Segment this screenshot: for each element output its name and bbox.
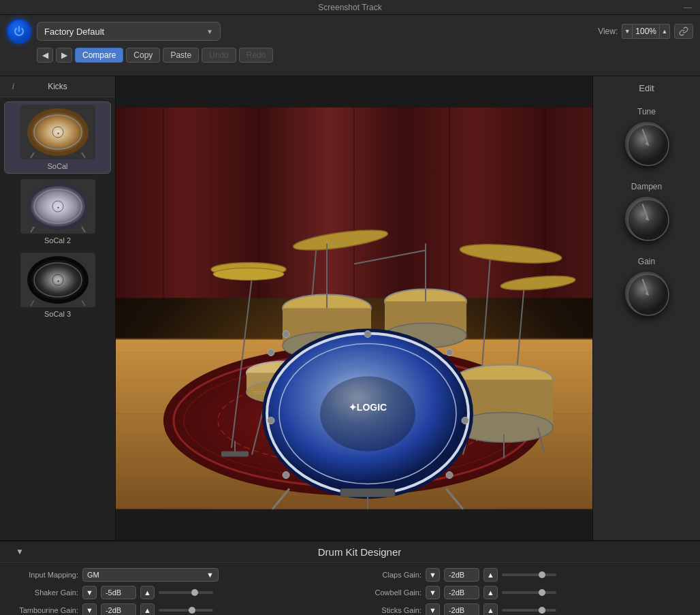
shaker-slider-thumb[interactable] bbox=[191, 589, 198, 596]
gain-label: Gain bbox=[638, 257, 655, 266]
sticks-gain-row: Sticks Gain: ▼ -2dB ▲ bbox=[357, 603, 686, 615]
sticks-gain-value: -2dB bbox=[444, 603, 479, 615]
compare-button[interactable]: Compare bbox=[75, 48, 123, 63]
gain-knob[interactable] bbox=[625, 272, 669, 315]
toolbar: Factory Default ▼ View: ▼ 100% ▲ ◀ ▶ Com… bbox=[0, 15, 700, 76]
shaker-gain-down[interactable]: ▼ bbox=[82, 586, 97, 599]
power-button[interactable] bbox=[7, 19, 31, 44]
title-bar: Screenshot Track — bbox=[0, 0, 700, 15]
svg-line-20 bbox=[82, 300, 85, 306]
claps-gain-row: Claps Gain: ▼ -2dB ▲ bbox=[357, 568, 686, 582]
claps-slider-thumb[interactable] bbox=[539, 571, 545, 578]
undo-button[interactable]: Undo bbox=[202, 48, 236, 63]
chevron-down-icon: ▼ bbox=[206, 571, 214, 579]
tune-knob[interactable] bbox=[625, 122, 669, 165]
sticks-slider-track bbox=[502, 609, 556, 612]
claps-gain-up[interactable]: ▲ bbox=[483, 568, 498, 582]
cowbell-gain-row: Cowbell Gain: ▼ -2dB ▲ bbox=[357, 586, 686, 599]
claps-slider-track bbox=[502, 573, 556, 576]
claps-gain-number: -2dB bbox=[449, 571, 464, 579]
svg-point-51 bbox=[213, 268, 284, 281]
shaker-gain-label: Shaker Gain: bbox=[14, 588, 78, 597]
chevron-down-icon: ▼ bbox=[206, 28, 213, 35]
bottom-title-row: ▼ Drum Kit Designer bbox=[0, 541, 700, 563]
title-text: Screenshot Track bbox=[318, 3, 381, 12]
svg-point-92 bbox=[268, 417, 274, 424]
preset-dropdown[interactable]: Factory Default ▼ bbox=[37, 22, 221, 41]
svg-point-87 bbox=[364, 331, 371, 338]
info-icon: i bbox=[12, 82, 14, 91]
nav-forward-button[interactable]: ▶ bbox=[56, 48, 72, 63]
tambourine-slider-track bbox=[159, 609, 213, 612]
dampen-label: Dampen bbox=[631, 182, 662, 191]
sticks-slider-thumb[interactable] bbox=[539, 607, 545, 614]
tambourine-slider-thumb[interactable] bbox=[189, 607, 195, 614]
nav-back-button[interactable]: ◀ bbox=[37, 48, 53, 63]
kick-drum-svg-socal: ✦ bbox=[20, 105, 95, 159]
kick-drum-svg-socal3: ✦ bbox=[20, 253, 95, 307]
sticks-gain-down[interactable]: ▼ bbox=[426, 603, 440, 615]
bottom-controls-right: Claps Gain: ▼ -2dB ▲ Cowbell Gain: ▼ -2d… bbox=[357, 568, 686, 615]
input-mapping-row: Input Mapping: GM ▼ bbox=[14, 568, 343, 582]
kick-thumb-socal: ✦ bbox=[20, 105, 95, 159]
view-increase-button[interactable]: ▲ bbox=[659, 24, 670, 39]
svg-point-90 bbox=[283, 331, 289, 338]
toolbar-row1: Factory Default ▼ View: ▼ 100% ▲ bbox=[7, 19, 693, 44]
dampen-knob[interactable] bbox=[625, 197, 669, 240]
tambourine-gain-down[interactable]: ▼ bbox=[82, 603, 97, 615]
shaker-gain-row: Shaker Gain: ▼ -5dB ▲ bbox=[14, 586, 343, 599]
shaker-gain-up[interactable]: ▲ bbox=[140, 586, 155, 599]
preset-value: Factory Default bbox=[44, 27, 104, 37]
input-mapping-dropdown[interactable]: GM ▼ bbox=[82, 568, 219, 582]
cowbell-gain-up[interactable]: ▲ bbox=[483, 586, 498, 599]
main-area: i Kicks bbox=[0, 76, 700, 540]
svg-line-6 bbox=[82, 153, 85, 158]
view-decrease-button[interactable]: ▼ bbox=[622, 24, 633, 39]
input-mapping-value: GM bbox=[87, 571, 99, 579]
window-controls: — bbox=[684, 3, 692, 12]
tambourine-gain-number: -2dB bbox=[106, 606, 121, 614]
gain-section: Gain bbox=[625, 257, 669, 315]
copy-button[interactable]: Copy bbox=[126, 48, 160, 63]
svg-text:✦LOGIC: ✦LOGIC bbox=[349, 402, 387, 413]
svg-rect-101 bbox=[221, 452, 249, 457]
drum-area: ✦LOGIC bbox=[116, 76, 592, 540]
kick-item-socal2[interactable]: ✦ SoCal 2 bbox=[4, 176, 111, 247]
link-button[interactable] bbox=[674, 24, 693, 39]
tambourine-gain-label: Tambourine Gain: bbox=[14, 606, 78, 614]
tambourine-gain-up[interactable]: ▲ bbox=[140, 603, 155, 615]
bottom-controls-left: Input Mapping: GM ▼ Shaker Gain: ▼ -5dB … bbox=[14, 568, 343, 615]
edit-header: Edit bbox=[639, 83, 654, 93]
kick-thumb-socal3: ✦ bbox=[20, 253, 95, 307]
input-mapping-label: Input Mapping: bbox=[14, 571, 78, 579]
claps-gain-value: -2dB bbox=[444, 568, 479, 582]
kick-thumb-socal2: ✦ bbox=[20, 179, 95, 234]
sticks-gain-number: -2dB bbox=[449, 606, 464, 614]
claps-gain-down[interactable]: ▼ bbox=[426, 568, 440, 582]
svg-line-13 bbox=[82, 227, 85, 232]
tambourine-gain-value: -2dB bbox=[101, 603, 136, 615]
toolbar-row2: ◀ ▶ Compare Copy Paste Undo Redo bbox=[37, 48, 693, 63]
svg-rect-98 bbox=[340, 489, 395, 497]
kick-item-socal3[interactable]: ✦ SoCal 3 bbox=[4, 250, 111, 321]
cowbell-gain-value: -2dB bbox=[444, 586, 479, 599]
drum-stage-svg: ✦LOGIC bbox=[116, 76, 592, 540]
kick-item-socal[interactable]: ✦ SoCal bbox=[4, 101, 111, 174]
shaker-slider-track bbox=[159, 591, 213, 594]
tune-label: Tune bbox=[637, 107, 656, 116]
tambourine-gain-row: Tambourine Gain: ▼ -2dB ▲ bbox=[14, 603, 343, 615]
sticks-gain-up[interactable]: ▲ bbox=[483, 603, 498, 615]
paste-button[interactable]: Paste bbox=[163, 48, 199, 63]
collapse-button[interactable]: ▼ bbox=[14, 546, 26, 558]
kick-label-socal3: SoCal 3 bbox=[44, 310, 71, 318]
cowbell-slider-thumb[interactable] bbox=[539, 589, 545, 596]
cowbell-gain-down[interactable]: ▼ bbox=[426, 586, 440, 599]
redo-button[interactable]: Redo bbox=[239, 48, 274, 63]
shaker-gain-value: -5dB bbox=[101, 586, 136, 599]
svg-point-85 bbox=[320, 377, 415, 452]
bottom-controls: Input Mapping: GM ▼ Shaker Gain: ▼ -5dB … bbox=[0, 563, 700, 615]
tune-section: Tune bbox=[625, 107, 669, 165]
kicks-header: i Kicks bbox=[0, 76, 115, 97]
plugin-title: Drum Kit Designer bbox=[33, 546, 686, 558]
edit-panel: Edit Tune bbox=[592, 76, 700, 540]
